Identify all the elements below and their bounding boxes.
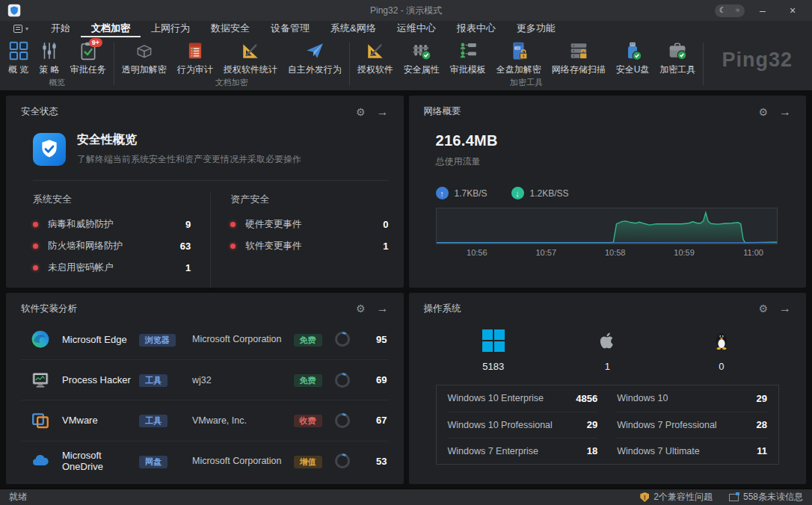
chart-x-axis: 10:5610:5710:5810:5911:00 <box>436 248 778 258</box>
authorized-software-stats-button[interactable]: 授权软件统计 <box>218 37 283 76</box>
alert-dot-icon <box>230 222 236 227</box>
list-item[interactable]: 硬件变更事件 0 <box>230 218 388 231</box>
compatibility-issues[interactable]: ! 2个兼容性问题 <box>640 491 713 504</box>
open-arrow-icon[interactable]: → <box>377 106 389 118</box>
chevron-down-icon: ▾ <box>25 25 28 32</box>
policy-button[interactable]: 策 略 <box>34 37 64 76</box>
ping32-watermark: Ping32 <box>722 49 793 72</box>
ribbon-group-encryption-tools: 授权软件 安全属性 审批模板 SSD 全盘加解密 网络存储扫描 <box>352 37 701 90</box>
tab-more-features[interactable]: 更多功能 <box>506 21 566 37</box>
open-arrow-icon[interactable]: → <box>779 106 791 118</box>
transparent-encryption-button[interactable]: 透明加解密 <box>117 37 172 76</box>
secure-usb-icon <box>623 41 642 61</box>
panel-operating-system: 操作系统 ⚙ → 5183 1 <box>409 293 807 485</box>
settings-gear-icon[interactable]: ⚙ <box>758 303 768 314</box>
process-hacker-icon <box>31 371 50 390</box>
tab-ops-center[interactable]: 运维中心 <box>387 21 446 37</box>
score-value: 95 <box>357 334 389 345</box>
moon-icon[interactable]: ☾ <box>719 7 726 14</box>
alert-dot-icon <box>33 222 38 227</box>
alert-dot-icon <box>33 265 38 270</box>
ribbon-group-doc-encryption: 透明加解密 行为审计 授权软件统计 自主外发行为 文档加密 <box>117 37 347 90</box>
approval-template-icon <box>458 41 478 61</box>
settings-gear-icon[interactable]: ⚙ <box>758 107 768 117</box>
tab-system-network[interactable]: 系统&网络 <box>320 21 387 37</box>
score-value: 69 <box>357 374 389 385</box>
tab-device-management[interactable]: 设备管理 <box>260 21 320 37</box>
sun-icon[interactable]: ☀ <box>734 7 740 14</box>
network-chart-svg <box>437 208 778 244</box>
apple-logo-icon <box>580 329 634 353</box>
score-value: 53 <box>357 456 389 467</box>
alert-dot-icon <box>33 244 38 249</box>
behavior-audit-button[interactable]: 行为审计 <box>172 37 218 76</box>
approval-tasks-button[interactable]: 9+ 审批任务 <box>65 37 111 76</box>
settings-gear-icon[interactable]: ⚙ <box>356 107 366 117</box>
overview-button[interactable]: 概 览 <box>3 37 34 76</box>
encryption-tools-button[interactable]: 加密工具 <box>654 37 701 76</box>
vmware-icon <box>31 411 50 430</box>
approval-template-button[interactable]: 审批模板 <box>445 37 491 76</box>
settings-gear-icon[interactable]: ⚙ <box>356 303 366 314</box>
list-item[interactable]: 软件变更事件 1 <box>230 240 388 252</box>
score-value: 67 <box>357 415 389 426</box>
open-arrow-icon[interactable]: → <box>377 303 389 315</box>
security-attribute-button[interactable]: 安全属性 <box>399 37 445 76</box>
table-row: Windows 7 Enterprise18 Windows 7 Ultimat… <box>437 438 779 464</box>
minimize-button[interactable]: – <box>751 4 775 16</box>
list-item[interactable]: 防火墙和网络防护 63 <box>33 240 191 252</box>
onedrive-icon <box>31 451 50 471</box>
tab-start[interactable]: 开始 <box>40 21 81 37</box>
category-badge: 工具 <box>139 374 167 387</box>
score-ring <box>335 332 350 347</box>
panel-title: 网络概要 <box>424 105 461 118</box>
list-item[interactable]: 未启用密码帐户 1 <box>33 261 191 274</box>
tab-data-security[interactable]: 数据安全 <box>200 21 260 37</box>
authorized-software-stats-icon <box>241 41 260 61</box>
network-storage-scan-icon <box>569 41 588 61</box>
category-badge: 工具 <box>139 415 167 427</box>
score-ring <box>335 453 350 468</box>
edge-icon <box>31 329 50 349</box>
close-button[interactable]: × <box>781 4 805 16</box>
tab-document-encryption[interactable]: 文档加密 <box>81 21 141 37</box>
open-arrow-icon[interactable]: → <box>779 303 791 315</box>
outgoing-behavior-button[interactable]: 自主外发行为 <box>283 37 347 76</box>
ribbon-group-label: 概览 <box>3 76 111 91</box>
ribbon-group-label: 文档加密 <box>117 76 347 91</box>
price-badge: 免费 <box>294 334 322 347</box>
svg-text:SSD: SSD <box>515 47 520 50</box>
panel-title: 安全状态 <box>21 105 58 118</box>
score-ring <box>335 413 350 428</box>
total-traffic-label: 总使用流量 <box>409 149 807 168</box>
panel-software-analysis: 软件安装分析 ⚙ → Microsoft Edge 浏览器 Microsoft … <box>6 293 404 485</box>
software-row[interactable]: Microsoft OneDrive 网盘 Microsoft Corporat… <box>21 442 389 481</box>
os-version-table: Windows 10 Enterprise4856 Windows 1029 W… <box>436 385 780 465</box>
software-row[interactable]: Process Hacker 工具 wj32 免费 69 <box>21 360 389 400</box>
tab-web-behavior[interactable]: 上网行为 <box>141 21 200 37</box>
tab-report-center[interactable]: 报表中心 <box>446 21 506 37</box>
approval-count-badge: 9+ <box>89 38 102 47</box>
message-envelope-icon <box>729 494 739 501</box>
status-ready-text: 就绪 <box>9 491 27 504</box>
unread-messages[interactable]: 558条未读信息 <box>729 491 803 504</box>
window-title: Ping32 - 演示模式 <box>0 4 812 17</box>
list-menu-icon <box>13 25 22 33</box>
authorized-software-button[interactable]: 授权软件 <box>352 37 399 76</box>
alert-dot-icon <box>230 244 236 249</box>
software-row[interactable]: VMware 工具 VMware, Inc. 收费 67 <box>21 400 389 441</box>
full-disk-encryption-button[interactable]: SSD 全盘加解密 <box>491 37 547 76</box>
app-menu-button[interactable]: ▾ <box>4 21 36 37</box>
price-badge: 免费 <box>294 374 322 387</box>
list-item[interactable]: 病毒和威胁防护 9 <box>33 218 191 231</box>
os-platform-apple: 1 <box>580 329 634 372</box>
secure-usb-button[interactable]: 安全U盘 <box>611 37 655 76</box>
os-platform-windows: 5183 <box>467 329 520 372</box>
network-storage-scan-button[interactable]: 网络存储扫描 <box>547 37 611 76</box>
security-shield-icon <box>33 133 66 166</box>
price-badge: 增值 <box>294 456 322 468</box>
software-row[interactable]: Microsoft Edge 浏览器 Microsoft Corporation… <box>21 320 389 360</box>
theme-toggle[interactable]: ☾ ☀ <box>715 4 745 17</box>
security-attribute-icon <box>412 41 431 61</box>
ribbon-separator <box>703 43 704 85</box>
